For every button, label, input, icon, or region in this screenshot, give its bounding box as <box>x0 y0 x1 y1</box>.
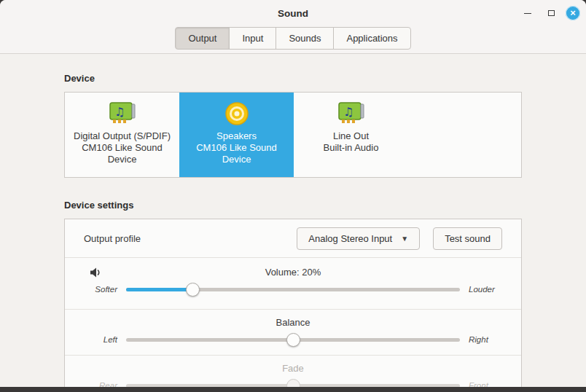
test-sound-button[interactable]: Test sound <box>433 227 502 250</box>
volume-slider-handle[interactable] <box>186 283 200 297</box>
window-controls: × <box>519 0 580 26</box>
tab-sounds[interactable]: Sounds <box>276 27 334 50</box>
window-header: Sound × Output Input Sounds Appl <box>0 0 586 54</box>
balance-title: Balance <box>84 317 502 328</box>
fade-row: Fade Rear Front <box>65 356 521 387</box>
output-profile-dropdown[interactable]: Analog Stereo Input ▼ <box>297 227 420 250</box>
device-subname2: Device <box>222 154 251 165</box>
device-section-heading: Device <box>64 73 522 86</box>
tab-output[interactable]: Output <box>175 27 230 50</box>
device-subname2: Device <box>108 154 137 165</box>
speaker-icon <box>222 99 251 128</box>
volume-slider-line: Softer Louder <box>84 285 502 294</box>
balance-row: Balance Left Right <box>65 310 521 355</box>
balance-slider-line: Left Right <box>84 335 502 344</box>
minimize-icon <box>524 13 531 14</box>
tab-input[interactable]: Input <box>229 27 276 50</box>
balance-slider-handle[interactable] <box>286 333 300 347</box>
device-name: Digital Output (S/PDIF) <box>74 130 171 142</box>
minimize-button[interactable] <box>519 4 536 22</box>
maximize-button[interactable] <box>542 4 560 22</box>
device-subname: CM106 Like Sound <box>82 142 163 154</box>
svg-text:♫: ♫ <box>114 105 125 119</box>
fade-slider-handle <box>286 379 300 388</box>
volume-min-label: Softer <box>84 285 117 294</box>
sound-settings-window: Sound × Output Input Sounds Appl <box>0 0 586 387</box>
volume-row: Volume: 20% Softer Louder <box>65 258 521 309</box>
output-profile-row: Output profile Analog Stereo Input ▼ Tes… <box>65 219 521 257</box>
fade-rear-label: Rear <box>84 381 117 387</box>
volume-speaker-icon <box>90 267 102 281</box>
device-card-line-out[interactable]: ♫ Line Out Built-in Audio <box>294 93 408 177</box>
device-name: Speakers <box>216 130 257 142</box>
output-profile-label: Output profile <box>84 233 297 244</box>
main-content: Device ♫ Digital Output (S/PDIF) <box>0 73 586 387</box>
maximize-icon <box>548 10 555 16</box>
device-settings-panel: Output profile Analog Stereo Input ▼ Tes… <box>64 219 522 387</box>
titlebar[interactable]: Sound × <box>0 0 586 26</box>
device-card-digital-output[interactable]: ♫ Digital Output (S/PDIF) CM106 Like Sou… <box>65 93 179 177</box>
volume-slider-fill <box>126 288 193 291</box>
svg-text:♫: ♫ <box>343 105 353 119</box>
tab-bar: Output Input Sounds Applications <box>0 26 586 54</box>
balance-slider-track[interactable] <box>126 338 460 342</box>
device-subname: CM106 Like Sound <box>196 142 277 154</box>
output-profile-value: Analog Stereo Input <box>308 233 392 244</box>
device-list: ♫ Digital Output (S/PDIF) CM106 Like Sou… <box>64 92 522 178</box>
sound-card-icon: ♫ <box>108 99 137 128</box>
sound-card-icon: ♫ <box>337 99 366 128</box>
device-name: Line Out <box>333 130 369 142</box>
device-card-speakers[interactable]: Speakers CM106 Like Sound Device <box>179 93 294 177</box>
balance-left-label: Left <box>84 335 117 344</box>
device-subname: Built-in Audio <box>324 142 379 154</box>
chevron-down-icon: ▼ <box>401 235 408 243</box>
tab-applications[interactable]: Applications <box>333 27 410 50</box>
fade-front-label: Front <box>469 381 502 387</box>
fade-slider-line: Rear Front <box>84 381 502 387</box>
volume-slider-track[interactable] <box>126 288 460 291</box>
window-title: Sound <box>278 8 308 19</box>
volume-title: Volume: 20% <box>84 267 502 278</box>
volume-max-label: Louder <box>469 285 502 294</box>
close-button[interactable]: × <box>566 6 580 20</box>
balance-right-label: Right <box>469 335 502 344</box>
fade-slider-track <box>126 384 460 388</box>
close-icon: × <box>570 8 576 17</box>
fade-title: Fade <box>84 363 502 374</box>
desktop-background: Sound × Output Input Sounds Appl <box>0 0 586 392</box>
settings-section-heading: Device settings <box>64 200 522 213</box>
